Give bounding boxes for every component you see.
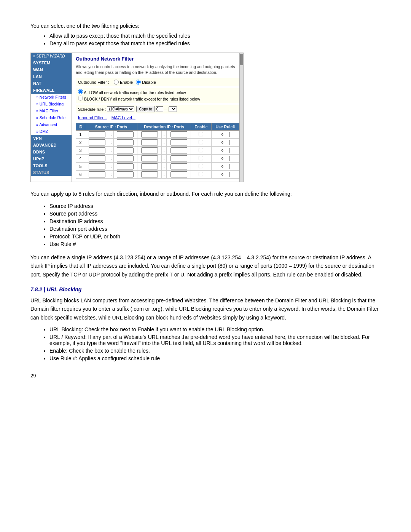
sidebar-advanced-section[interactable]: ADVANCED bbox=[31, 142, 72, 149]
input-dst-ip-4[interactable] bbox=[141, 163, 158, 169]
sidebar-dmz[interactable]: » DMZ bbox=[31, 128, 72, 135]
input-dst-ip-0[interactable] bbox=[141, 131, 158, 137]
cell-rule-4[interactable] bbox=[211, 163, 239, 171]
cell-src-port-5[interactable] bbox=[113, 171, 137, 179]
cell-src-port-2[interactable] bbox=[113, 147, 137, 155]
cell-src-ip-0[interactable] bbox=[85, 131, 109, 139]
sidebar-tools[interactable]: TOOLS bbox=[31, 162, 72, 169]
cell-dst-ip-3[interactable] bbox=[137, 155, 162, 163]
sidebar-system[interactable]: SYSTEM bbox=[31, 59, 72, 66]
checkbox-enable-0[interactable] bbox=[199, 132, 203, 136]
copy-to-input[interactable] bbox=[156, 106, 163, 112]
sidebar-setup-wizard[interactable]: » SETUP WIZARD bbox=[31, 53, 72, 59]
copy-to-end-select[interactable] bbox=[169, 106, 177, 112]
input-dst-ip-2[interactable] bbox=[141, 147, 158, 153]
sidebar-schedule-rule[interactable]: » Schedule Rule bbox=[31, 114, 72, 121]
policy2-radio[interactable] bbox=[78, 96, 83, 101]
cell-dst-ip-0[interactable] bbox=[137, 131, 162, 139]
enable-radio-label[interactable]: Enable bbox=[114, 80, 133, 85]
cell-dst-ip-1[interactable] bbox=[137, 139, 162, 147]
input-src-port-1[interactable] bbox=[117, 139, 134, 145]
disable-radio-label[interactable]: Disable bbox=[136, 80, 156, 85]
mac-level-link[interactable]: MAC Level... bbox=[112, 115, 135, 120]
cell-dst-port-3[interactable] bbox=[166, 155, 191, 163]
cell-dst-ip-4[interactable] bbox=[137, 163, 162, 171]
input-dst-port-2[interactable] bbox=[170, 147, 187, 153]
input-rule-3[interactable] bbox=[221, 156, 230, 161]
input-src-ip-2[interactable] bbox=[89, 147, 105, 153]
cell-enable-2[interactable] bbox=[191, 147, 211, 155]
cell-enable-5[interactable] bbox=[191, 171, 211, 179]
input-dst-port-1[interactable] bbox=[170, 139, 187, 145]
sidebar-advanced[interactable]: » Advanced bbox=[31, 121, 72, 128]
sidebar-mac-filter[interactable]: » MAC Filter bbox=[31, 107, 72, 114]
input-dst-ip-1[interactable] bbox=[141, 139, 158, 145]
cell-src-ip-4[interactable] bbox=[85, 163, 109, 171]
input-src-port-0[interactable] bbox=[117, 131, 134, 137]
cell-src-port-0[interactable] bbox=[113, 131, 137, 139]
cell-dst-ip-5[interactable] bbox=[137, 171, 162, 179]
input-dst-port-0[interactable] bbox=[170, 131, 187, 137]
input-dst-ip-5[interactable] bbox=[141, 171, 158, 177]
enable-radio[interactable] bbox=[114, 80, 119, 85]
cell-rule-2[interactable] bbox=[211, 147, 239, 155]
sidebar-vpn[interactable]: VPN bbox=[31, 135, 72, 142]
cell-src-port-1[interactable] bbox=[113, 139, 137, 147]
sidebar-firewall[interactable]: FIREWALL bbox=[31, 87, 72, 94]
sidebar-url-blocking[interactable]: » URL Blocking bbox=[31, 101, 72, 107]
schedule-rule-select[interactable]: (10)Always bbox=[107, 106, 134, 112]
sidebar-wan[interactable]: WAN bbox=[31, 66, 72, 73]
input-rule-0[interactable] bbox=[221, 132, 230, 137]
cell-rule-1[interactable] bbox=[211, 139, 239, 147]
cell-enable-4[interactable] bbox=[191, 163, 211, 171]
policy2-label[interactable]: BLOCK / DENY all network traffic except … bbox=[78, 97, 200, 101]
cell-dst-port-5[interactable] bbox=[166, 171, 191, 179]
sidebar-nat[interactable]: NAT bbox=[31, 80, 72, 87]
cell-dst-ip-2[interactable] bbox=[137, 147, 162, 155]
input-dst-ip-3[interactable] bbox=[141, 155, 158, 161]
input-src-port-5[interactable] bbox=[117, 171, 134, 177]
input-src-ip-5[interactable] bbox=[89, 171, 105, 177]
sidebar-status[interactable]: STATUS bbox=[31, 169, 72, 176]
checkbox-enable-4[interactable] bbox=[199, 164, 203, 168]
cell-src-port-3[interactable] bbox=[113, 155, 137, 163]
cell-dst-port-2[interactable] bbox=[166, 147, 191, 155]
scroll-thumb[interactable] bbox=[240, 54, 243, 65]
input-rule-4[interactable] bbox=[221, 164, 230, 169]
input-src-ip-4[interactable] bbox=[89, 163, 105, 169]
checkbox-enable-3[interactable] bbox=[199, 156, 203, 160]
cell-rule-3[interactable] bbox=[211, 155, 239, 163]
sidebar-network-filters[interactable]: » Network Filters bbox=[31, 94, 72, 101]
disable-radio[interactable] bbox=[136, 80, 141, 85]
input-src-port-4[interactable] bbox=[117, 163, 134, 169]
cell-enable-0[interactable] bbox=[191, 131, 211, 139]
cell-rule-5[interactable] bbox=[211, 171, 239, 179]
checkbox-enable-2[interactable] bbox=[199, 148, 203, 152]
inbound-filter-link[interactable]: Inbound Filter... bbox=[78, 115, 107, 120]
input-rule-1[interactable] bbox=[221, 140, 230, 145]
cell-src-ip-1[interactable] bbox=[85, 139, 109, 147]
checkbox-enable-1[interactable] bbox=[199, 140, 203, 144]
sidebar-upnp[interactable]: UPnP bbox=[31, 155, 72, 162]
policy1-label[interactable]: ALLOW all network traffic except for the… bbox=[78, 90, 186, 95]
copy-to-button[interactable]: Copy to bbox=[136, 106, 155, 112]
input-rule-2[interactable] bbox=[221, 148, 230, 153]
input-rule-5[interactable] bbox=[221, 172, 230, 177]
input-dst-port-4[interactable] bbox=[170, 163, 187, 169]
input-src-ip-3[interactable] bbox=[89, 155, 105, 161]
input-dst-port-3[interactable] bbox=[170, 155, 187, 161]
input-dst-port-5[interactable] bbox=[170, 171, 187, 177]
cell-src-ip-5[interactable] bbox=[85, 171, 109, 179]
cell-enable-1[interactable] bbox=[191, 139, 211, 147]
input-src-port-2[interactable] bbox=[117, 147, 134, 153]
input-src-ip-0[interactable] bbox=[89, 131, 105, 137]
policy1-radio[interactable] bbox=[78, 89, 83, 94]
cell-dst-port-4[interactable] bbox=[166, 163, 191, 171]
input-src-port-3[interactable] bbox=[117, 155, 134, 161]
cell-src-ip-2[interactable] bbox=[85, 147, 109, 155]
cell-dst-port-1[interactable] bbox=[166, 139, 191, 147]
sidebar-lan[interactable]: LAN bbox=[31, 73, 72, 80]
checkbox-enable-5[interactable] bbox=[199, 172, 203, 176]
input-src-ip-1[interactable] bbox=[89, 139, 105, 145]
scrollbar[interactable] bbox=[239, 53, 243, 182]
